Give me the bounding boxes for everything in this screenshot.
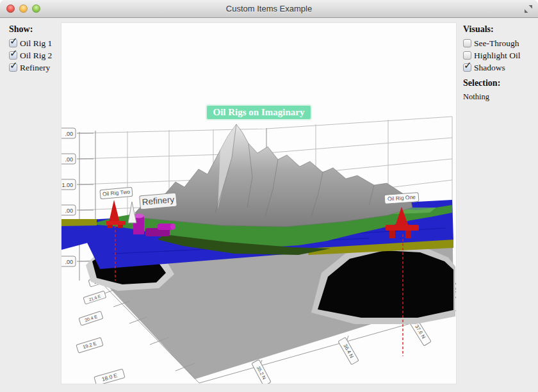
svg-text:.00: .00 [65,131,73,137]
checkbox-icon [463,51,471,60]
checkbox-highlight-oil[interactable]: Highlight Oil [463,49,535,61]
svg-text:1.00: 1.00 [61,182,73,188]
app-window: Custom Items Example Show: Oil Rig 1 Oil… [0,0,538,392]
svg-text:.00: .00 [65,259,73,265]
mountain [135,124,412,227]
checkbox-label: Highlight Oil [474,51,520,61]
selection-value: Nothing [463,92,535,102]
show-heading: Show: [9,24,60,35]
checkbox-shadows[interactable]: Shadows [463,61,535,74]
checkbox-icon [9,51,17,60]
checkbox-refinery[interactable]: Refinery [9,61,60,74]
checkbox-icon [9,39,17,47]
graph-title-badge: Oil Rigs on Imaginary Sea [206,104,312,120]
plot-area[interactable]: .00 .00 1.00 .00 0.00 .00 22.8 E [61,22,457,384]
visuals-heading: Visuals: [463,24,535,35]
selection-heading: Selection: [463,78,535,88]
checkbox-see-through[interactable]: See-Through [463,37,535,49]
checkbox-icon [9,63,17,72]
checkbox-label: See-Through [474,38,519,49]
checkbox-label: Shadows [474,63,505,73]
checkbox-label: Oil Rig 2 [20,51,52,61]
window-title: Custom Items Example [0,0,538,18]
svg-text:.00: .00 [65,156,73,163]
svg-text:.00: .00 [65,208,73,214]
show-panel: Show: Oil Rig 1 Oil Rig 2 Refinery [9,24,60,74]
fullscreen-icon[interactable] [524,4,533,13]
checkbox-label: Refinery [20,63,50,73]
checkbox-label: Oil Rig 1 [20,38,52,49]
ghost-rig-model [128,202,136,223]
oil-rig-two-model[interactable] [106,200,126,228]
visuals-panel: Visuals: See-Through Highlight Oil Shado… [463,24,535,102]
checkbox-icon [463,63,471,72]
titlebar: Custom Items Example [0,0,538,18]
checkbox-icon [463,39,471,47]
